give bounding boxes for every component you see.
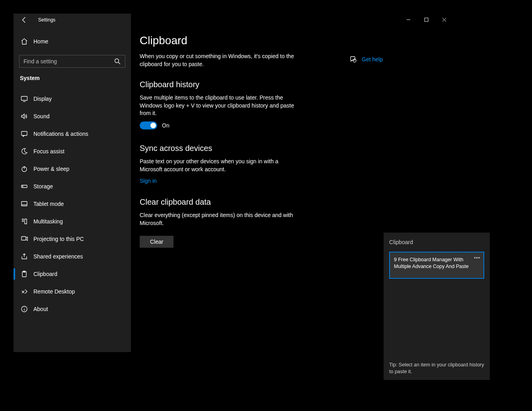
sidebar-item-label: Storage [33, 183, 53, 190]
sidebar-item-label: Multitasking [33, 218, 63, 225]
clear-heading: Clear clipboard data [140, 198, 453, 207]
sidebar-item-label: Shared experiences [33, 253, 83, 260]
sidebar-item-projecting[interactable]: Projecting to this PC [14, 230, 131, 248]
flyout-title: Clipboard [389, 239, 484, 245]
notifications-icon [21, 130, 28, 137]
sync-heading: Sync across devices [140, 144, 453, 153]
svg-rect-11 [425, 18, 428, 22]
sync-desc: Paste text on your other devices when yo… [140, 158, 299, 173]
sidebar: Settings Home System Display Sound [14, 14, 131, 352]
sidebar-item-label: Projecting to this PC [33, 236, 84, 242]
sidebar-item-sound[interactable]: Sound [14, 108, 131, 125]
sidebar-item-shared[interactable]: Shared experiences [14, 248, 131, 265]
remote-icon [21, 288, 28, 295]
multitask-icon [21, 218, 28, 225]
home-label: Home [33, 38, 48, 45]
sidebar-item-clipboard[interactable]: Clipboard [14, 265, 131, 283]
svg-rect-2 [21, 131, 27, 135]
moon-icon [21, 148, 28, 155]
titlebar: Settings [14, 14, 131, 26]
history-desc: Save multiple items to the clipboard to … [140, 94, 299, 117]
info-icon [21, 305, 28, 313]
maximize-button[interactable] [417, 14, 435, 25]
svg-point-12 [353, 59, 356, 62]
clipboard-item[interactable]: 9 Free Clipboard Manager With Multiple A… [389, 252, 484, 279]
sidebar-item-remote[interactable]: Remote Desktop [14, 283, 131, 300]
sidebar-item-notifications[interactable]: Notifications & actions [14, 125, 131, 143]
intro-text: When you copy or cut something in Window… [140, 53, 299, 68]
history-toggle[interactable] [140, 121, 157, 129]
sidebar-item-label: Notifications & actions [33, 131, 88, 137]
sidebar-item-display[interactable]: Display [14, 90, 131, 108]
help-link-text: Get help [362, 56, 383, 63]
history-heading: Clipboard history [140, 80, 453, 89]
sidebar-item-label: Tablet mode [33, 201, 64, 207]
sidebar-home[interactable]: Home [14, 33, 131, 49]
back-icon[interactable] [21, 16, 28, 23]
sidebar-item-label: Power & sleep [33, 166, 69, 172]
sidebar-item-about[interactable]: About [14, 300, 131, 318]
svg-rect-7 [21, 237, 26, 240]
sidebar-category: System [14, 71, 131, 90]
close-button[interactable] [435, 14, 453, 25]
svg-rect-1 [21, 96, 27, 100]
home-icon [21, 38, 28, 45]
sound-icon [21, 113, 28, 120]
sidebar-item-multitask[interactable]: Multitasking [14, 213, 131, 230]
tablet-icon [21, 200, 28, 207]
sidebar-nav: Display Sound Notifications & actions Fo… [14, 90, 131, 318]
sidebar-item-label: About [33, 306, 48, 312]
sidebar-item-storage[interactable]: Storage [14, 178, 131, 195]
sidebar-item-focus[interactable]: Focus assist [14, 143, 131, 160]
project-icon [21, 235, 28, 243]
clipboard-flyout: Clipboard 9 Free Clipboard Manager With … [383, 232, 490, 380]
storage-icon [21, 183, 28, 190]
history-toggle-row: On [140, 121, 453, 129]
sidebar-item-label: Remote Desktop [33, 288, 75, 295]
search-icon [114, 58, 121, 65]
clear-desc: Clear everything (except pinned items) o… [140, 211, 299, 227]
clipboard-icon [21, 270, 28, 278]
help-icon [350, 56, 357, 63]
sidebar-item-label: Sound [33, 113, 49, 119]
shared-icon [21, 253, 28, 260]
help-link-row[interactable]: Get help [350, 56, 383, 63]
flyout-tip: Tip: Select an item in your clipboard hi… [389, 362, 484, 375]
power-icon [21, 165, 28, 172]
svg-rect-6 [21, 202, 27, 206]
history-toggle-state: On [162, 122, 170, 129]
sidebar-item-label: Focus assist [33, 148, 64, 155]
svg-point-5 [22, 186, 23, 187]
page-title: Clipboard [140, 34, 453, 47]
more-icon[interactable]: ••• [474, 255, 480, 261]
sidebar-item-label: Clipboard [33, 271, 57, 277]
sidebar-item-label: Display [33, 96, 52, 102]
window-title: Settings [38, 17, 55, 23]
search-input[interactable] [23, 58, 114, 65]
window-controls [399, 14, 453, 25]
clipboard-item-text: 9 Free Clipboard Manager With Multiple A… [394, 257, 469, 269]
sidebar-item-tablet[interactable]: Tablet mode [14, 195, 131, 213]
minimize-button[interactable] [399, 14, 417, 25]
search-box[interactable] [19, 55, 125, 68]
sign-in-link[interactable]: Sign in [140, 178, 157, 184]
svg-point-0 [115, 59, 119, 63]
sidebar-item-power[interactable]: Power & sleep [14, 160, 131, 178]
clear-button[interactable]: Clear [140, 236, 173, 248]
display-icon [21, 95, 28, 102]
